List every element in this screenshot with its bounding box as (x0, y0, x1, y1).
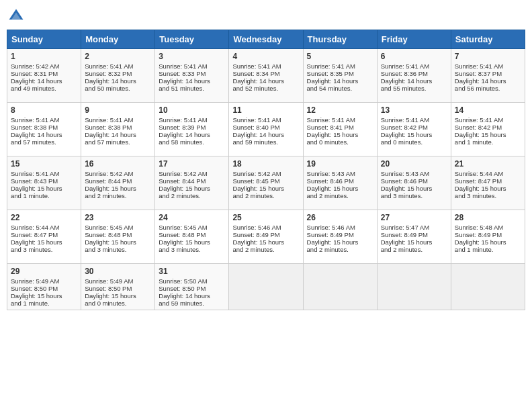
cell-content: Sunset: 8:46 PM (381, 177, 447, 185)
day-number: 23 (85, 213, 151, 222)
calendar-cell: 25Sunrise: 5:46 AMSunset: 8:49 PMDayligh… (229, 210, 303, 264)
cell-content: Sunset: 8:42 PM (381, 124, 447, 131)
cell-content: Daylight: 15 hours (85, 292, 151, 300)
header (7, 7, 525, 26)
cell-content: Sunrise: 5:46 AM (307, 224, 373, 231)
cell-content: and 58 minutes. (159, 138, 225, 146)
cell-content: and 59 minutes. (159, 300, 225, 307)
cell-content: Sunrise: 5:42 AM (85, 170, 151, 177)
cell-content: Daylight: 15 hours (11, 238, 77, 246)
cell-content: Daylight: 14 hours (232, 131, 299, 138)
cell-content: and 56 minutes. (455, 85, 521, 92)
cell-content: Daylight: 15 hours (381, 131, 447, 138)
cell-content: Daylight: 15 hours (455, 185, 521, 192)
cell-content: Sunrise: 5:43 AM (307, 170, 373, 177)
cell-content: Sunset: 8:36 PM (381, 70, 447, 77)
cell-content: Sunrise: 5:41 AM (455, 116, 521, 124)
cell-content: Sunset: 8:38 PM (11, 124, 77, 131)
cell-content: Daylight: 14 hours (455, 77, 521, 85)
day-number: 15 (11, 159, 77, 169)
cell-content: Sunset: 8:33 PM (159, 70, 225, 77)
header-day-sunday: Sunday (7, 30, 81, 49)
calendar-cell: 24Sunrise: 5:45 AMSunset: 8:48 PMDayligh… (155, 210, 229, 264)
cell-content: Daylight: 15 hours (85, 238, 151, 246)
cell-content: and 59 minutes. (232, 138, 299, 146)
cell-content: Sunset: 8:50 PM (85, 285, 151, 292)
day-number: 6 (381, 52, 447, 61)
cell-content: Sunset: 8:50 PM (159, 285, 225, 292)
cell-content: Daylight: 14 hours (159, 292, 225, 300)
calendar-cell: 1Sunrise: 5:42 AMSunset: 8:31 PMDaylight… (7, 49, 81, 103)
header-day-monday: Monday (81, 30, 155, 49)
cell-content: and 2 minutes. (232, 246, 299, 253)
cell-content: Daylight: 15 hours (232, 185, 299, 192)
cell-content: and 3 minutes. (85, 246, 151, 253)
cell-content: and 57 minutes. (85, 138, 151, 146)
calendar-week-4: 22Sunrise: 5:44 AMSunset: 8:47 PMDayligh… (7, 210, 525, 264)
calendar-week-1: 1Sunrise: 5:42 AMSunset: 8:31 PMDaylight… (7, 49, 525, 103)
cell-content: Sunrise: 5:49 AM (85, 277, 151, 285)
cell-content: Sunset: 8:44 PM (85, 177, 151, 185)
cell-content: Sunrise: 5:42 AM (159, 170, 225, 177)
cell-content: Sunrise: 5:41 AM (11, 170, 77, 177)
calendar-cell: 2Sunrise: 5:41 AMSunset: 8:32 PMDaylight… (81, 49, 155, 103)
cell-content: Sunrise: 5:45 AM (85, 224, 151, 231)
calendar-cell: 6Sunrise: 5:41 AMSunset: 8:36 PMDaylight… (377, 49, 451, 103)
calendar-week-5: 29Sunrise: 5:49 AMSunset: 8:50 PMDayligh… (7, 264, 525, 310)
cell-content: Sunset: 8:42 PM (455, 124, 521, 131)
day-number: 28 (455, 213, 521, 222)
cell-content: Sunrise: 5:50 AM (159, 277, 225, 285)
calendar-cell: 16Sunrise: 5:42 AMSunset: 8:44 PMDayligh… (81, 156, 155, 210)
cell-content: Daylight: 14 hours (11, 131, 77, 138)
logo-icon (7, 7, 26, 26)
cell-content: Sunrise: 5:43 AM (381, 170, 447, 177)
cell-content: and 2 minutes. (232, 192, 299, 199)
day-number: 27 (381, 213, 447, 222)
cell-content: Sunrise: 5:42 AM (11, 62, 77, 70)
cell-content: Sunset: 8:49 PM (307, 231, 373, 238)
day-number: 30 (85, 267, 151, 276)
calendar-cell: 27Sunrise: 5:47 AMSunset: 8:49 PMDayligh… (377, 210, 451, 264)
calendar-cell: 10Sunrise: 5:41 AMSunset: 8:39 PMDayligh… (155, 103, 229, 156)
calendar-cell: 13Sunrise: 5:41 AMSunset: 8:42 PMDayligh… (377, 103, 451, 156)
day-number: 4 (232, 52, 299, 61)
cell-content: Sunrise: 5:41 AM (307, 116, 373, 124)
day-number: 9 (85, 105, 151, 115)
cell-content: and 3 minutes. (455, 192, 521, 199)
day-number: 21 (455, 159, 521, 169)
day-number: 25 (232, 213, 299, 222)
cell-content: Sunrise: 5:46 AM (232, 224, 299, 231)
cell-content: Sunrise: 5:41 AM (11, 116, 77, 124)
day-number: 14 (455, 105, 521, 115)
cell-content: Daylight: 14 hours (159, 77, 225, 85)
day-number: 22 (11, 213, 77, 222)
calendar-cell: 11Sunrise: 5:41 AMSunset: 8:40 PMDayligh… (229, 103, 303, 156)
cell-content: Daylight: 15 hours (455, 131, 521, 138)
cell-content: Daylight: 15 hours (307, 185, 373, 192)
calendar-cell: 15Sunrise: 5:41 AMSunset: 8:43 PMDayligh… (7, 156, 81, 210)
header-day-friday: Friday (377, 30, 451, 49)
cell-content: Sunset: 8:31 PM (11, 70, 77, 77)
day-number: 17 (159, 159, 225, 169)
calendar-cell: 26Sunrise: 5:46 AMSunset: 8:49 PMDayligh… (303, 210, 377, 264)
cell-content: Daylight: 15 hours (307, 131, 373, 138)
cell-content: Sunrise: 5:41 AM (85, 116, 151, 124)
cell-content: Sunset: 8:48 PM (85, 231, 151, 238)
cell-content: and 55 minutes. (381, 85, 447, 92)
cell-content: Sunset: 8:48 PM (159, 231, 225, 238)
calendar-body: 1Sunrise: 5:42 AMSunset: 8:31 PMDaylight… (7, 49, 525, 310)
cell-content: Sunrise: 5:41 AM (232, 62, 299, 70)
calendar-cell: 17Sunrise: 5:42 AMSunset: 8:44 PMDayligh… (155, 156, 229, 210)
day-number: 29 (11, 267, 77, 276)
cell-content: and 2 minutes. (307, 192, 373, 199)
cell-content: and 50 minutes. (85, 85, 151, 92)
cell-content: Sunrise: 5:41 AM (159, 62, 225, 70)
cell-content: Daylight: 15 hours (159, 185, 225, 192)
day-number: 24 (159, 213, 225, 222)
calendar-cell: 19Sunrise: 5:43 AMSunset: 8:46 PMDayligh… (303, 156, 377, 210)
cell-content: Daylight: 15 hours (11, 292, 77, 300)
cell-content: and 0 minutes. (307, 138, 373, 146)
cell-content: and 2 minutes. (85, 192, 151, 199)
cell-content: Daylight: 14 hours (85, 131, 151, 138)
cell-content: Daylight: 15 hours (455, 238, 521, 246)
